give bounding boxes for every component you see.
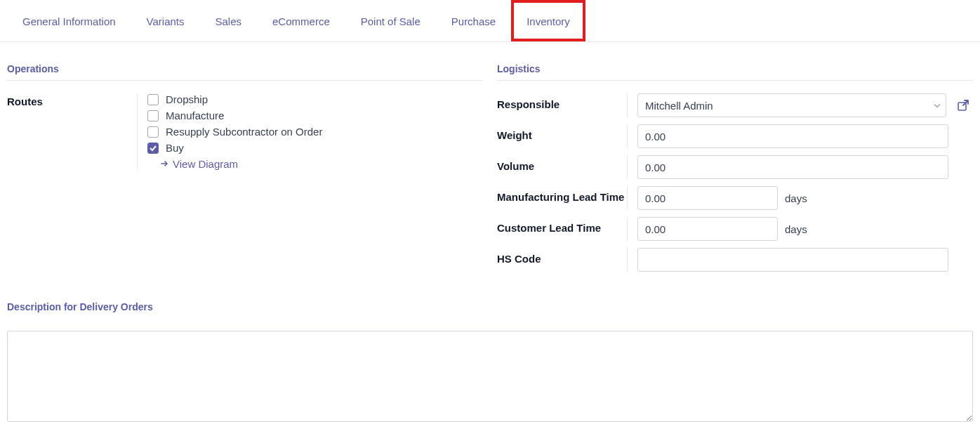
delivery-desc-title: Description for Delivery Orders (7, 301, 973, 318)
mfg-lead-label: Manufacturing Lead Time (497, 186, 627, 204)
route-buy-row: Buy (147, 142, 483, 154)
mfg-lead-row: Manufacturing Lead Time days (497, 186, 973, 210)
tab-inventory[interactable]: Inventory (511, 0, 585, 41)
view-diagram-label: View Diagram (173, 158, 238, 170)
volume-label: Volume (497, 155, 627, 173)
tab-ecommerce[interactable]: eCommerce (257, 0, 345, 41)
responsible-input[interactable] (637, 93, 946, 117)
tab-general-information[interactable]: General Information (7, 0, 131, 41)
mfg-lead-unit: days (785, 192, 807, 204)
responsible-row: Responsible (497, 93, 973, 117)
route-dropship-row: Dropship (147, 93, 483, 105)
logistics-section: Logistics Responsible (497, 63, 973, 279)
logistics-title: Logistics (497, 63, 973, 81)
external-link-button[interactable] (953, 95, 973, 115)
tab-variants[interactable]: Variants (131, 0, 200, 41)
hs-code-row: HS Code (497, 248, 973, 272)
cust-lead-input[interactable] (637, 217, 778, 241)
weight-row: Weight (497, 124, 973, 148)
weight-input[interactable] (637, 124, 948, 148)
route-buy-checkbox[interactable] (147, 143, 159, 154)
tabs-bar: General Information Variants Sales eComm… (0, 0, 980, 42)
route-resupply-row: Resupply Subcontractor on Order (147, 126, 483, 138)
tab-sales[interactable]: Sales (200, 0, 258, 41)
volume-row: Volume (497, 155, 973, 179)
route-resupply-label: Resupply Subcontractor on Order (166, 126, 322, 138)
route-buy-label: Buy (166, 142, 184, 154)
tab-purchase[interactable]: Purchase (436, 0, 511, 41)
cust-lead-unit: days (785, 223, 807, 235)
route-dropship-checkbox[interactable] (147, 94, 159, 105)
hs-code-input[interactable] (637, 248, 948, 272)
route-manufacture-checkbox[interactable] (147, 110, 159, 121)
route-resupply-checkbox[interactable] (147, 126, 159, 138)
cust-lead-label: Customer Lead Time (497, 217, 627, 235)
content-area: Operations Routes Dropship Manufacture (0, 42, 980, 287)
tab-point-of-sale[interactable]: Point of Sale (345, 0, 436, 41)
responsible-select[interactable] (637, 93, 946, 117)
routes-label: Routes (7, 93, 137, 107)
volume-input[interactable] (637, 155, 948, 179)
operations-section: Operations Routes Dropship Manufacture (7, 63, 483, 279)
view-diagram-link[interactable]: View Diagram (160, 158, 483, 170)
operations-title: Operations (7, 63, 483, 81)
route-manufacture-label: Manufacture (166, 110, 224, 121)
weight-label: Weight (497, 124, 627, 143)
route-dropship-label: Dropship (166, 93, 208, 105)
delivery-desc-section: Description for Delivery Orders (0, 287, 980, 422)
hs-code-label: HS Code (497, 248, 627, 266)
routes-options: Dropship Manufacture Resupply Subcontrac… (137, 93, 483, 170)
arrow-right-icon (160, 158, 168, 170)
mfg-lead-input[interactable] (637, 186, 778, 210)
route-manufacture-row: Manufacture (147, 110, 483, 121)
cust-lead-row: Customer Lead Time days (497, 217, 973, 241)
delivery-desc-textarea[interactable] (7, 331, 973, 422)
responsible-label: Responsible (497, 93, 627, 112)
